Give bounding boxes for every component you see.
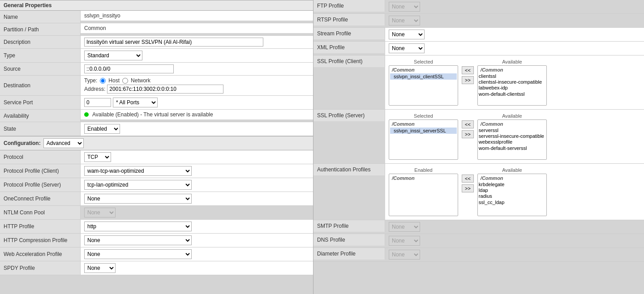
ssl-client-move-right[interactable]: >> bbox=[462, 76, 474, 84]
advanced-select[interactable]: Advanced Basic bbox=[43, 138, 84, 148]
availability-label: Availability bbox=[0, 110, 81, 122]
protocol-server-container: tcp-lan-optimized bbox=[81, 178, 313, 192]
web-accel-row: Web Acceleration Profile None bbox=[0, 247, 313, 261]
auth-profiles-container: Enabled /Common << >> Available /Common bbox=[385, 164, 644, 220]
ssl-server-move-left[interactable]: << bbox=[462, 120, 474, 128]
ssl-server-available-listbox[interactable]: /Common serverssl serverssl-insecure-com… bbox=[477, 119, 547, 160]
source-label: Source bbox=[0, 63, 81, 75]
dns-profile-row: DNS Profile None bbox=[313, 234, 644, 248]
web-accel-select[interactable]: None bbox=[84, 249, 192, 259]
destination-address: Address: bbox=[84, 85, 309, 94]
type-value-container: Standard bbox=[81, 49, 313, 62]
protocol-server-label: Protocol Profile (Server) bbox=[0, 178, 81, 192]
ssl-server-available-col: Available /Common serverssl serverssl-in… bbox=[477, 113, 547, 160]
spdy-container: None bbox=[81, 261, 313, 275]
ssl-client-label: SSL Profile (Client) bbox=[313, 55, 385, 67]
ssl-client-available-col: Available /Common clientssl clientssl-in… bbox=[477, 59, 547, 106]
dest-network-radio[interactable] bbox=[122, 78, 128, 84]
dest-network-label: Network bbox=[131, 77, 150, 84]
protocol-label: Protocol bbox=[0, 150, 81, 164]
type-select[interactable]: Standard bbox=[84, 51, 142, 60]
dns-profile-select[interactable]: None bbox=[389, 236, 420, 246]
partition-text: Common bbox=[84, 25, 106, 31]
ntlm-container: None bbox=[81, 206, 313, 219]
description-row: Description bbox=[0, 36, 313, 49]
smtp-profile-label: SMTP Profile bbox=[313, 220, 385, 232]
source-value-container bbox=[81, 63, 313, 75]
ssl-server-selected-header: Selected bbox=[389, 113, 458, 119]
rtsp-profile-row: RTSP Profile None bbox=[313, 14, 644, 28]
service-port-input[interactable] bbox=[84, 98, 111, 107]
name-value: sslvpn_inssityo bbox=[81, 11, 313, 21]
ftp-profile-select[interactable]: None bbox=[389, 2, 420, 12]
ssl-client-move-left[interactable]: << bbox=[462, 66, 474, 74]
dest-type-label: Type: bbox=[84, 77, 97, 84]
ssl-server-move-right[interactable]: >> bbox=[462, 130, 474, 138]
availability-value: Available (Enabled) - The virtual server… bbox=[81, 110, 313, 119]
spdy-select[interactable]: None bbox=[84, 263, 116, 273]
xml-profile-select[interactable]: None bbox=[389, 43, 425, 53]
auth-profiles-label: Authentication Profiles bbox=[313, 164, 385, 175]
auth-available-listbox[interactable]: /Common krbdelegate ldap radius ssl_cc_l… bbox=[477, 174, 547, 216]
http-compression-row: HTTP Compression Profile None bbox=[0, 234, 313, 247]
protocol-server-select[interactable]: tcp-lan-optimized bbox=[84, 180, 192, 190]
diameter-profile-row: Diameter Profile None bbox=[313, 248, 644, 262]
service-port-row: Service Port * All Ports bbox=[0, 96, 313, 110]
protocol-server-row: Protocol Profile (Server) tcp-lan-optimi… bbox=[0, 178, 313, 192]
rtsp-profile-container: None bbox=[385, 14, 644, 27]
smtp-profile-select[interactable]: None bbox=[389, 222, 420, 232]
protocol-container: TCP bbox=[81, 150, 313, 164]
stream-profile-container: None bbox=[385, 28, 644, 41]
description-value-container bbox=[81, 36, 313, 48]
source-input[interactable] bbox=[84, 64, 174, 73]
configuration-header: Configuration: Advanced Basic bbox=[0, 136, 313, 150]
partition-value: Common bbox=[81, 23, 313, 33]
http-profile-select[interactable]: http bbox=[84, 222, 192, 231]
availability-row: Availability Available (Enabled) - The v… bbox=[0, 110, 313, 122]
oneconnect-select[interactable]: None bbox=[84, 194, 192, 204]
protocol-client-row: Protocol Profile (Client) wam-tcp-wan-op… bbox=[0, 164, 313, 178]
availability-text: Available (Enabled) - The virtual server… bbox=[92, 111, 213, 118]
http-profile-container: http bbox=[81, 220, 313, 233]
dest-address-input[interactable] bbox=[107, 85, 223, 94]
ssl-server-dual-list: Selected /Common sslvpn_inssi_serverSSL … bbox=[389, 111, 640, 162]
destination-label: Destination bbox=[0, 76, 81, 95]
ssl-client-row: SSL Profile (Client) Selected /Common ss… bbox=[313, 55, 644, 110]
source-row: Source bbox=[0, 63, 313, 76]
protocol-row: Protocol TCP bbox=[0, 150, 313, 164]
diameter-profile-select[interactable]: None bbox=[389, 250, 420, 260]
service-port-select[interactable]: * All Ports bbox=[113, 98, 158, 107]
name-text: sslvpn_inssityo bbox=[84, 13, 120, 19]
ftp-profile-row: FTP Profile None bbox=[313, 0, 644, 14]
auth-move-right[interactable]: >> bbox=[462, 184, 474, 192]
auth-dual-list: Enabled /Common << >> Available /Common bbox=[389, 166, 640, 218]
diameter-profile-label: Diameter Profile bbox=[313, 248, 385, 260]
ftp-profile-container: None bbox=[385, 0, 644, 13]
ssl-client-selected-header: Selected bbox=[389, 59, 458, 64]
destination-row: Destination Type: Host Network Address: bbox=[0, 76, 313, 96]
protocol-client-select[interactable]: wam-tcp-wan-optimized bbox=[84, 166, 192, 176]
auth-arrows: << >> bbox=[460, 175, 476, 192]
spdy-label: SPDY Profile bbox=[0, 261, 81, 275]
auth-enabled-listbox[interactable]: /Common bbox=[389, 174, 458, 216]
protocol-select[interactable]: TCP bbox=[84, 152, 111, 162]
ssl-client-available-listbox[interactable]: /Common clientssl clientssl-insecure-com… bbox=[477, 65, 547, 106]
ssl-server-available-header: Available bbox=[477, 113, 547, 119]
dns-profile-label: DNS Profile bbox=[313, 234, 385, 246]
state-select[interactable]: Enabled Disabled bbox=[84, 124, 120, 134]
xml-profile-label: XML Profile bbox=[313, 42, 385, 53]
rtsp-profile-select[interactable]: None bbox=[389, 16, 420, 26]
state-label: State bbox=[0, 122, 81, 136]
ntlm-select[interactable]: None bbox=[84, 208, 116, 217]
dest-address-label: Address: bbox=[84, 86, 105, 92]
partition-label: Partition / Path bbox=[0, 23, 81, 35]
dest-host-radio[interactable] bbox=[100, 78, 106, 84]
ssl-client-selected-listbox[interactable]: /Common sslvpn_inssi_clientSSL bbox=[389, 65, 458, 106]
stream-profile-select[interactable]: None bbox=[389, 30, 425, 39]
description-input[interactable] bbox=[84, 38, 263, 47]
auth-move-left[interactable]: << bbox=[462, 175, 474, 183]
ssl-server-selected-listbox[interactable]: /Common sslvpn_inssi_serverSSL bbox=[389, 119, 458, 160]
dest-host-label: Host bbox=[108, 77, 120, 84]
name-row: Name sslvpn_inssityo bbox=[0, 11, 313, 23]
http-compression-select[interactable]: None bbox=[84, 235, 192, 245]
